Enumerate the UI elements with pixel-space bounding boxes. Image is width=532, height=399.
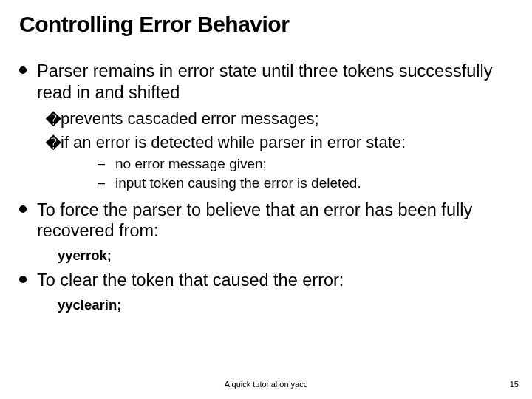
slide: Controlling Error Behavior Parser remain… xyxy=(0,0,532,399)
bullet-text: Parser remains in error state until thre… xyxy=(37,61,513,103)
dash-icon: – xyxy=(98,174,109,191)
chevron-icon: � xyxy=(46,111,61,129)
dot-icon xyxy=(19,205,27,213)
bullet-level1: To clear the token that caused the error… xyxy=(19,270,513,291)
bullet-text: no error message given; xyxy=(115,155,267,173)
footer-center: A quick tutorial on yacc xyxy=(0,380,532,389)
bullet-text: input token causing the error is deleted… xyxy=(115,174,361,192)
dot-icon xyxy=(19,276,27,283)
bullet-text: To force the parser to believe that an e… xyxy=(37,200,513,242)
bullet-level1: Parser remains in error state until thre… xyxy=(19,61,513,103)
bullet-level1: To force the parser to believe that an e… xyxy=(19,200,513,242)
slide-title: Controlling Error Behavior xyxy=(19,12,513,37)
code-text: yyerrok; xyxy=(58,248,112,263)
bullet-level3: – no error message given; xyxy=(98,155,513,173)
bullet-level2: � if an error is detected while parser i… xyxy=(46,132,513,153)
code-block: yyclearin; xyxy=(58,297,513,313)
bullet-text: prevents cascaded error messages; xyxy=(61,109,319,129)
bullet-level2: � prevents cascaded error messages; xyxy=(46,109,513,129)
sub-sub-list: – no error message given; – input token … xyxy=(98,155,513,192)
sub-list: � prevents cascaded error messages; � if… xyxy=(46,109,513,192)
chevron-icon: � xyxy=(46,134,61,152)
code-text: yyclearin; xyxy=(58,297,121,313)
bullet-text: if an error is detected while parser in … xyxy=(61,132,406,153)
code-block: yyerrok; xyxy=(58,248,513,264)
page-number: 15 xyxy=(510,380,519,389)
bullet-level3: – input token causing the error is delet… xyxy=(98,174,513,192)
bullet-text: To clear the token that caused the error… xyxy=(37,270,344,291)
dash-icon: – xyxy=(98,155,109,172)
dot-icon xyxy=(19,66,27,74)
